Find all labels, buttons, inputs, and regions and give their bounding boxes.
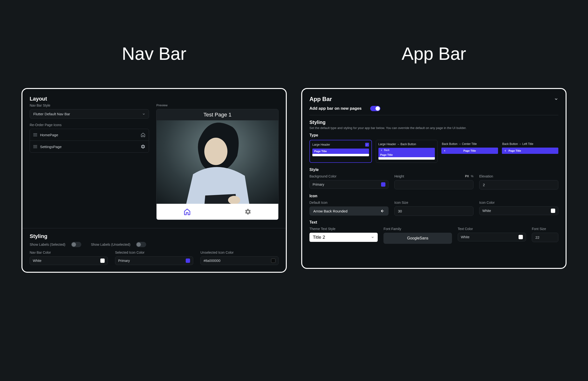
svg-rect-4: [33, 146, 37, 147]
type-option-center[interactable]: Back Button → Center Title Page Title: [441, 140, 498, 163]
color-swatch: [519, 235, 523, 239]
theme-text-style-value: Title 2: [313, 235, 325, 240]
color-swatch: [551, 209, 555, 213]
page-icon-list: HomePage SettingsPage: [30, 129, 149, 153]
svg-rect-0: [33, 133, 37, 134]
styling-title: Styling: [30, 233, 279, 239]
unit-pct[interactable]: %: [471, 175, 473, 178]
icon-color-value: White: [482, 209, 491, 213]
icon-section-label: Icon: [309, 194, 558, 198]
drag-handle-icon[interactable]: [33, 145, 37, 148]
page-name: HomePage: [40, 133, 58, 137]
navbar-heading: Nav Bar: [21, 43, 287, 64]
preview-bottom-nav: [157, 204, 278, 220]
list-item[interactable]: HomePage: [30, 129, 149, 141]
selected-icon-color-value: Primary: [118, 259, 130, 263]
default-icon-label: Default Icon: [309, 201, 389, 205]
appbar-section-title: App Bar: [309, 96, 332, 103]
font-family-label: Font Family: [383, 227, 452, 231]
show-labels-unselected-label: Show Labels (Unselected): [91, 243, 130, 246]
text-color-input[interactable]: White: [458, 233, 526, 241]
icon-color-label: Icon Color: [479, 201, 558, 205]
show-labels-selected-toggle[interactable]: [71, 242, 81, 247]
bg-color-value: Primary: [313, 183, 324, 186]
default-icon-value: Arrow Back Rounded: [313, 209, 348, 213]
gear-icon: [141, 144, 146, 149]
divider: [22, 228, 286, 228]
font-family-select[interactable]: GoogleSans: [383, 233, 452, 244]
check-icon: ✓: [365, 143, 369, 147]
height-label: Height: [394, 174, 404, 178]
chevron-down-icon: [142, 112, 146, 116]
mini-preview: Page Title: [441, 148, 498, 154]
unselected-icon-color-input[interactable]: #8a000000: [200, 256, 279, 265]
type-option-label: Large Header → Back Button: [378, 143, 416, 146]
preview-label: Preview: [156, 104, 279, 107]
show-labels-unselected-toggle[interactable]: [136, 242, 146, 247]
selected-icon-color-input[interactable]: Primary: [115, 256, 193, 265]
font-family-value: GoogleSans: [407, 236, 428, 240]
unit-px[interactable]: PX: [465, 175, 469, 178]
theme-text-style-label: Theme Text Style: [309, 227, 378, 231]
mini-preview: Page Title: [502, 148, 559, 154]
type-option-large-header[interactable]: Large Header ✓ Page Title: [309, 140, 372, 163]
font-size-value: 22: [535, 235, 540, 239]
mini-preview: Page Title: [312, 148, 369, 154]
add-appbar-label: Add app bar on new pages: [309, 106, 361, 111]
bg-color-input[interactable]: Primary: [309, 180, 389, 189]
type-option-label: Back Button → Center Title: [442, 142, 477, 146]
icon-size-value: 30: [398, 209, 402, 213]
nav-bar-style-value: Flutter Default Nav Bar: [33, 112, 70, 116]
theme-text-style-select[interactable]: Title 2: [309, 233, 378, 242]
text-color-label: Text Color: [458, 227, 526, 231]
page-name: SettingsPage: [40, 145, 62, 149]
list-item[interactable]: SettingsPage: [30, 141, 149, 152]
unselected-icon-color-label: Unselected Icon Color: [200, 251, 279, 254]
nav-bar-style-select[interactable]: Flutter Default Nav Bar: [30, 109, 149, 119]
type-option-large-back[interactable]: Large Header → Back Button Back Page Tit…: [376, 140, 438, 163]
color-swatch: [186, 258, 190, 263]
add-appbar-toggle[interactable]: [370, 106, 380, 111]
phone-preview: Test Page 1: [156, 109, 279, 220]
bg-color-label: Background Color: [309, 174, 389, 178]
home-icon: [141, 132, 146, 137]
home-icon[interactable]: [184, 208, 191, 215]
divider: [309, 115, 558, 115]
nav-bar-color-input[interactable]: White: [30, 256, 108, 265]
type-option-label: Back Button → Left Title: [502, 142, 533, 146]
icon-color-input[interactable]: White: [479, 206, 558, 215]
height-input[interactable]: [394, 180, 473, 189]
svg-point-8: [204, 138, 228, 165]
icon-size-label: Icon Size: [394, 201, 473, 205]
nav-bar-color-label: Nav Bar Color: [30, 251, 108, 254]
arrow-back-icon: [380, 209, 385, 213]
color-swatch: [100, 258, 105, 263]
show-labels-selected-label: Show Labels (Selected): [30, 243, 65, 246]
navbar-panel: Layout Nav Bar Style Flutter Default Nav…: [21, 88, 287, 273]
gear-icon[interactable]: [245, 208, 251, 215]
text-section-label: Text: [309, 220, 558, 225]
font-size-label: Font Size: [532, 227, 558, 231]
icon-size-input[interactable]: 30: [394, 206, 473, 216]
drag-handle-icon[interactable]: [33, 133, 37, 136]
chevron-down-icon[interactable]: [554, 97, 558, 101]
elevation-input[interactable]: 2: [479, 180, 558, 190]
appbar-panel: App Bar Add app bar on new pages Styling…: [301, 88, 567, 269]
nav-bar-style-label: Nav Bar Style: [30, 104, 149, 107]
nav-bar-color-value: White: [33, 259, 42, 263]
preview-image: [157, 120, 278, 204]
layout-title: Layout: [30, 96, 279, 102]
svg-rect-2: [33, 136, 37, 136]
text-color-value: White: [461, 235, 470, 239]
color-swatch: [381, 182, 385, 187]
appbar-styling-title: Styling: [309, 120, 558, 125]
svg-rect-3: [33, 145, 37, 146]
color-swatch: [271, 258, 275, 263]
font-size-input[interactable]: 22: [532, 233, 558, 242]
appbar-heading: App Bar: [301, 43, 567, 64]
preview-page-title: Test Page 1: [157, 109, 278, 120]
appbar-styling-desc: Set the default type and styling for you…: [309, 126, 558, 130]
type-label: Type: [309, 133, 558, 137]
type-option-left[interactable]: Back Button → Left Title Page Title: [502, 140, 559, 163]
default-icon-select[interactable]: Arrow Back Rounded: [309, 206, 389, 215]
